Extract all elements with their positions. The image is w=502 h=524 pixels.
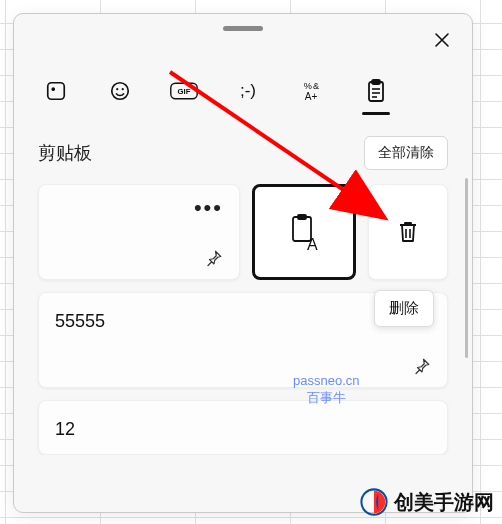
clipboard-item-text: 55555 (55, 311, 105, 331)
clipboard-item-text: 12 (55, 419, 75, 439)
clear-all-button[interactable]: 全部清除 (364, 136, 448, 170)
svg-text:%: % (304, 81, 312, 91)
clipboard-icon (366, 79, 386, 103)
section-header: 剪贴板 全部清除 (14, 112, 472, 184)
text-format-action[interactable]: A (252, 184, 356, 280)
svg-point-3 (122, 88, 124, 90)
tab-bar: GIF ;-) %&A+ (14, 70, 472, 112)
close-icon (434, 32, 450, 48)
delete-tooltip: 删除 (374, 290, 434, 327)
svg-text:&: & (313, 81, 319, 91)
watermark: passneo.cn 百事牛 (293, 373, 360, 407)
pin-button[interactable] (203, 247, 225, 269)
tab-sticker[interactable] (38, 70, 74, 112)
tab-kaomoji[interactable]: ;-) (230, 70, 266, 112)
input-panel: GIF ;-) %&A+ 剪贴板 全部清除 ••• (13, 13, 473, 513)
brand-text: 创美手游网 (394, 489, 494, 516)
brand-logo-icon (360, 488, 388, 516)
symbols-icon: %&A+ (301, 80, 323, 102)
svg-text:GIF: GIF (178, 87, 191, 96)
watermark-line2: 百事牛 (293, 390, 360, 407)
tab-gif[interactable]: GIF (166, 70, 202, 112)
kaomoji-icon: ;-) (240, 81, 256, 101)
svg-text:A+: A+ (305, 91, 318, 102)
watermark-line1: passneo.cn (293, 373, 360, 390)
clipboard-item[interactable]: 12 (38, 400, 448, 455)
tab-clipboard[interactable] (358, 70, 394, 112)
svg-text:A: A (307, 236, 318, 251)
tab-emoji[interactable] (102, 70, 138, 112)
close-button[interactable] (430, 28, 454, 52)
pin-button[interactable] (411, 355, 433, 377)
trash-icon (396, 219, 420, 245)
emoji-icon (109, 80, 131, 102)
svg-rect-0 (48, 83, 65, 100)
scrollbar[interactable] (465, 178, 468, 358)
section-title: 剪贴板 (38, 141, 92, 165)
delete-action[interactable] (368, 184, 448, 280)
pin-icon (205, 249, 223, 267)
gif-icon: GIF (170, 81, 198, 101)
item-more-button[interactable]: ••• (194, 203, 223, 213)
clipboard-item[interactable]: ••• (38, 184, 240, 280)
svg-point-2 (116, 88, 118, 90)
paste-text-icon: A (287, 213, 321, 251)
sticker-icon (45, 80, 67, 102)
svg-point-1 (112, 83, 129, 100)
tab-symbols[interactable]: %&A+ (294, 70, 330, 112)
item-row-with-actions: ••• A (38, 184, 448, 280)
drag-handle[interactable] (223, 26, 263, 31)
pin-icon (413, 357, 431, 375)
footer-brand: 创美手游网 (360, 488, 494, 516)
